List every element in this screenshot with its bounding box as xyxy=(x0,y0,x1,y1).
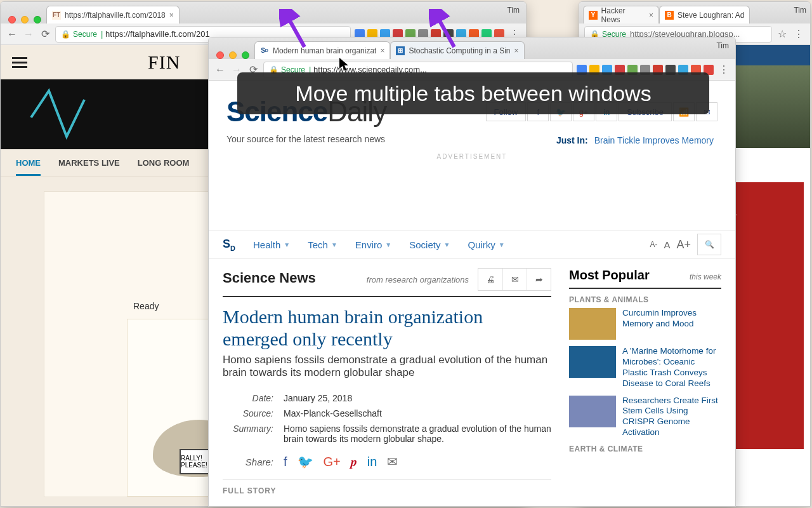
instruction-banner: Move multiple tabs between windows xyxy=(237,72,709,114)
zoom-window-button[interactable] xyxy=(34,16,41,23)
sidebar-most-popular: Most Popular this week PLANTS & ANIMALS … xyxy=(569,268,721,495)
meta-summary-label: Summary: xyxy=(223,424,273,444)
just-in-link[interactable]: Brain Tickle Improves Memory xyxy=(594,135,714,145)
share-icon[interactable]: ➦ xyxy=(527,269,551,290)
section-subtitle: from research organizations xyxy=(367,275,469,284)
email-article-icon[interactable]: ✉ xyxy=(502,269,527,290)
mp-category: EARTH & CLIMATE xyxy=(569,444,721,453)
profile-name[interactable]: Tim xyxy=(716,41,729,50)
share-facebook-icon[interactable]: f xyxy=(284,455,287,469)
mp-item-title: A 'Marine Motorhome for Microbes': Ocean… xyxy=(622,346,721,389)
thumb-image xyxy=(569,346,616,378)
share-row: Share: f 🐦 G+ 𝒑 in ✉ xyxy=(223,446,551,479)
share-email-icon[interactable]: ✉ xyxy=(387,454,398,469)
ft-logo: FIN xyxy=(148,51,180,73)
tagline: Your source for the latest research news xyxy=(209,134,403,148)
thumb-image xyxy=(569,396,616,427)
secure-label: Secure xyxy=(73,30,97,39)
sd-small-logo-icon[interactable]: SD xyxy=(223,237,235,252)
back-icon[interactable]: ← xyxy=(214,64,226,76)
browser-tab-sd1[interactable]: SD Modern human brain organizat × xyxy=(254,41,390,59)
browser-tab-ft[interactable]: FT https://ftalphaville.ft.com/2018 × xyxy=(46,6,180,23)
article-subhead: Homo sapiens fossils demonstrate a gradu… xyxy=(223,354,551,379)
close-tab-icon[interactable]: × xyxy=(514,46,519,55)
url-text: https://ftalphaville.ft.com/201 xyxy=(105,29,210,39)
minimize-window-button[interactable] xyxy=(21,16,29,23)
sd-category-nav: SD Health▼ Tech▼ Enviro▼ Society▼ Quirky… xyxy=(209,230,735,259)
share-label: Share: xyxy=(223,457,273,467)
instruction-arrow-icon xyxy=(429,9,467,53)
profile-name[interactable]: Tim xyxy=(507,6,520,15)
article-main: Science News from research organizations… xyxy=(223,268,551,495)
section-heading: Science News xyxy=(223,270,316,286)
meta-source-value: Max-Planck-Gesellschaft xyxy=(284,408,382,418)
share-pinterest-icon[interactable]: 𝒑 xyxy=(351,455,357,469)
font-smaller-button[interactable]: A- xyxy=(650,240,657,249)
minimize-window-button[interactable] xyxy=(229,51,237,59)
back-icon[interactable]: ← xyxy=(6,29,18,40)
mp-title: Most Popular xyxy=(569,268,650,283)
forward-icon[interactable]: → xyxy=(22,29,35,40)
instruction-arrow-icon xyxy=(279,9,317,53)
close-tab-icon[interactable]: × xyxy=(649,11,653,20)
nav-home[interactable]: HOME xyxy=(16,158,41,176)
meta-date-label: Date: xyxy=(223,393,273,403)
browser-tab-hn[interactable]: Y Hacker News × xyxy=(583,6,659,23)
mp-item[interactable]: Researchers Create First Stem Cells Usin… xyxy=(569,396,721,439)
close-window-button[interactable] xyxy=(216,51,224,59)
meta-date-value: January 25, 2018 xyxy=(284,393,352,403)
sd-content: ScienceDaily Follow f 🐦 g+ in Subscribe … xyxy=(209,81,735,506)
print-icon[interactable]: 🖨 xyxy=(478,269,502,290)
zoom-window-button[interactable] xyxy=(242,51,249,59)
close-tab-icon[interactable]: × xyxy=(380,46,384,55)
browser-tab-blogger[interactable]: B Steve Loughran: Ad xyxy=(659,6,750,23)
mp-category: PLANTS & ANIMALS xyxy=(569,295,721,304)
nav-quirky[interactable]: Quirky▼ xyxy=(468,239,504,250)
nav-markets-live[interactable]: MARKETS LIVE xyxy=(58,158,120,168)
window-controls xyxy=(4,10,46,23)
sd-favicon-icon: ⊞ xyxy=(396,46,405,55)
menu-icon[interactable]: ⋮ xyxy=(717,64,730,76)
reload-icon[interactable]: ⟳ xyxy=(39,28,51,40)
font-larger-button[interactable]: A+ xyxy=(676,238,691,251)
bookmark-star-icon[interactable]: ☆ xyxy=(776,28,789,40)
mp-item[interactable]: Curcumin Improves Memory and Mood xyxy=(569,308,721,340)
meta-source-label: Source: xyxy=(223,408,273,418)
share-linkedin-icon[interactable]: in xyxy=(367,455,377,469)
menu-icon[interactable]: ⋮ xyxy=(792,28,805,40)
article-headline[interactable]: Modern human brain organization emerged … xyxy=(223,306,551,350)
mp-item[interactable]: A 'Marine Motorhome for Microbes': Ocean… xyxy=(569,346,721,389)
nav-health[interactable]: Health▼ xyxy=(253,239,290,250)
close-tab-icon[interactable]: × xyxy=(169,11,174,20)
close-window-button[interactable] xyxy=(8,16,16,23)
blogger-favicon-icon: B xyxy=(665,11,674,20)
sd-favicon-icon: SD xyxy=(260,46,269,55)
share-twitter-icon[interactable]: 🐦 xyxy=(298,454,313,469)
search-icon[interactable]: 🔍 xyxy=(697,234,721,255)
svg-line-0 xyxy=(287,15,304,47)
meta-summary-value: Homo sapiens fossils demonstrate a gradu… xyxy=(284,424,551,444)
nav-enviro[interactable]: Enviro▼ xyxy=(355,239,391,250)
just-in-label: Just In: xyxy=(556,135,588,145)
nav-tech[interactable]: Tech▼ xyxy=(308,239,337,250)
full-story-heading: FULL STORY xyxy=(223,479,551,495)
svg-line-1 xyxy=(436,15,454,47)
tab-label: https://ftalphaville.ft.com/2018 xyxy=(65,11,166,20)
share-gplus-icon[interactable]: G+ xyxy=(324,455,341,469)
nav-society[interactable]: Society▼ xyxy=(409,239,450,250)
tab-label: Hacker News xyxy=(601,6,645,24)
font-normal-button[interactable]: A xyxy=(664,239,670,250)
hn-favicon-icon: Y xyxy=(589,11,598,20)
profile-name[interactable]: Tim xyxy=(794,6,806,15)
lock-icon: 🔒 Secure xyxy=(61,30,97,39)
tabstrip: Y Hacker News × B Steve Loughran: Ad Tim xyxy=(579,2,810,23)
article-action-icons: 🖨 ✉ ➦ xyxy=(478,268,551,291)
mp-item-title: Researchers Create First Stem Cells Usin… xyxy=(622,396,721,439)
mp-item-title: Curcumin Improves Memory and Mood xyxy=(622,308,721,340)
ft-favicon-icon: FT xyxy=(52,11,61,20)
hamburger-icon[interactable] xyxy=(12,57,27,68)
nav-longroom[interactable]: LONG ROOM xyxy=(138,158,190,168)
window-controls xyxy=(213,45,254,59)
cursor-icon xyxy=(339,57,350,74)
tab-label: Steve Loughran: Ad xyxy=(678,11,744,20)
